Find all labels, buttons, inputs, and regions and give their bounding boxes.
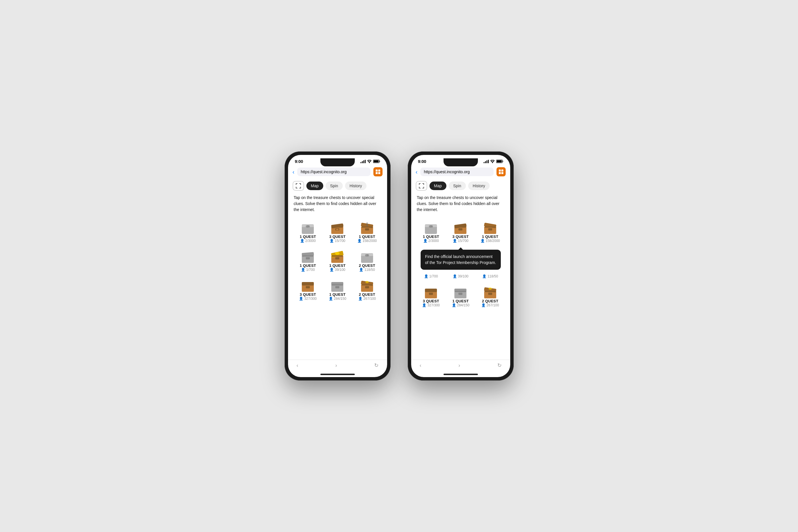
svg-rect-24: [306, 257, 310, 260]
svg-rect-44: [362, 284, 373, 285]
chest-icon-locked-gray: ?: [300, 220, 316, 234]
chest-icon-open-gold: [329, 249, 346, 263]
chest-count: 👤 39/100: [329, 268, 345, 272]
chest-quest-label: 2 QUEST: [359, 292, 375, 297]
tab-map-right[interactable]: Map: [430, 182, 446, 190]
chest-quest-label: 1 QUEST: [452, 299, 469, 303]
svg-point-46: [365, 281, 369, 283]
chest-item[interactable]: 3 QUEST 👤 15/700: [323, 218, 352, 245]
tabs-row-left: Map Spin History: [288, 179, 387, 193]
tabs-row-right: Map Spin History: [411, 179, 510, 193]
home-indicator-left: [288, 372, 387, 377]
phone-screen-right: 9:00: [411, 155, 510, 377]
svg-rect-37: [306, 286, 310, 288]
back-button-left[interactable]: ‹: [292, 169, 294, 175]
description-left: Tap on the treasure chests to uncover sp…: [294, 195, 381, 213]
svg-rect-6: [378, 172, 380, 174]
chest-item[interactable]: ? 2 QUEST 👤 118/50: [353, 247, 381, 274]
chest-count: 👤 327/300: [299, 297, 317, 301]
scan-tab-right[interactable]: [416, 181, 427, 191]
wifi-icon-r: [490, 160, 495, 163]
time-left: 9:00: [295, 159, 303, 164]
scan-icon-right: [419, 183, 424, 189]
chest-r-open-key: [482, 220, 498, 234]
chest-count: 👤 15/700: [453, 239, 469, 243]
chest-quest-label: 1 QUEST: [300, 234, 316, 239]
chest-quest-label: 2 QUEST: [359, 263, 375, 268]
forward-nav-right[interactable]: ›: [458, 362, 460, 368]
avatar-right[interactable]: [496, 167, 506, 176]
svg-rect-76: [485, 291, 496, 292]
svg-text:?: ?: [366, 254, 368, 257]
chest-icon-gray2: [329, 278, 346, 292]
svg-rect-73: [458, 292, 462, 295]
url-text-left: https://quest.incognito.org: [301, 170, 346, 174]
url-text-right: https://quest.incognito.org: [424, 170, 470, 174]
content-right: Tap on the treasure chests to uncover sp…: [411, 193, 510, 360]
svg-point-47: [492, 163, 493, 163]
url-field-right[interactable]: https://quest.incognito.org: [420, 168, 493, 176]
chest-item[interactable]: 1 QUEST 👤 1/700: [294, 247, 322, 274]
tab-spin-left[interactable]: Spin: [326, 182, 343, 190]
chest-r-open-brown: [452, 220, 469, 234]
chest-item[interactable]: 1 QUEST 👤 284/150: [323, 276, 352, 303]
svg-rect-2: [373, 160, 379, 163]
chest-item[interactable]: 1 QUEST 👤 284/150: [446, 282, 475, 309]
description-right: Tap on the treasure chests to uncover sp…: [417, 195, 505, 213]
svg-rect-72: [455, 291, 466, 292]
chest-item[interactable]: 3 QUEST 👤 15/700: [446, 218, 475, 245]
chest-item[interactable]: 3 QUEST 👤 327/300: [417, 282, 445, 309]
svg-rect-51: [501, 170, 504, 172]
chest-item[interactable]: 2 QUEST 👤 267/100: [353, 276, 381, 303]
chest-quest-label: 3 QUEST: [452, 234, 469, 239]
chest-item[interactable]: ? 1 QUEST 👤 2/3000: [417, 218, 445, 245]
back-nav-left[interactable]: ‹: [297, 362, 298, 368]
svg-rect-41: [335, 286, 339, 288]
scan-tab-left[interactable]: [292, 181, 304, 191]
avatar-left[interactable]: [373, 167, 382, 176]
chest-icon-locked-gray2: ?: [359, 249, 375, 263]
svg-rect-5: [376, 172, 378, 174]
chest-item[interactable]: 1 QUEST 👤 158/2000: [353, 218, 381, 245]
chest-r-locked: ?: [423, 220, 439, 234]
svg-rect-52: [499, 172, 501, 174]
tab-map-left[interactable]: Map: [306, 182, 323, 190]
chest-quest-label: 3 QUEST: [423, 299, 439, 303]
chest-count: 👤 158/2000: [480, 239, 500, 243]
svg-point-29: [335, 252, 340, 255]
reload-btn-right[interactable]: ↻: [497, 362, 502, 368]
bottom-bar-left: ‹ › ↻: [288, 360, 387, 372]
chest-count: 👤 1/700: [301, 268, 315, 272]
back-button-right[interactable]: ‹: [416, 169, 418, 175]
bottom-bar-right: ‹ › ↻: [411, 360, 510, 372]
tab-history-right[interactable]: History: [468, 182, 490, 190]
url-field-left[interactable]: https://quest.incognito.org: [297, 168, 370, 176]
svg-text:?: ?: [307, 225, 309, 228]
chest-count: 👤 284/150: [329, 297, 346, 301]
svg-point-78: [489, 287, 492, 290]
svg-rect-36: [302, 284, 313, 285]
chest-item[interactable]: 1 QUEST 👤 39/100: [323, 247, 352, 274]
chest-item[interactable]: 1 QUEST 👤 158/2000: [476, 218, 504, 245]
scan-icon-left: [296, 183, 301, 189]
tab-history-left[interactable]: History: [345, 182, 367, 190]
svg-rect-49: [496, 160, 502, 163]
back-nav-right[interactable]: ‹: [420, 362, 421, 368]
time-right: 9:00: [418, 159, 426, 164]
chest-item[interactable]: 3 QUEST 👤 327/300: [294, 276, 322, 303]
chest-count: 👤 118/50: [482, 274, 498, 278]
chest-count: 👤 284/150: [452, 303, 470, 307]
svg-rect-69: [429, 292, 433, 295]
svg-rect-3: [376, 170, 378, 172]
avatar-icon-right: [498, 169, 504, 175]
tab-spin-right[interactable]: Spin: [449, 182, 466, 190]
reload-btn-left[interactable]: ↻: [374, 362, 379, 368]
svg-text:?: ?: [430, 225, 432, 228]
chest-r-gray2: [452, 285, 469, 299]
chest-item[interactable]: ? 1 QUEST 👤 2/3000: [294, 218, 322, 245]
svg-rect-28: [335, 257, 339, 260]
chest-item[interactable]: 2 QUEST 👤 267/100: [476, 282, 504, 309]
forward-nav-left[interactable]: ›: [335, 362, 337, 368]
chest-grid-left: ? 1 QUEST 👤 2/3000 3 QUEST: [294, 218, 381, 303]
phone-screen-left: 9:00: [288, 155, 387, 377]
